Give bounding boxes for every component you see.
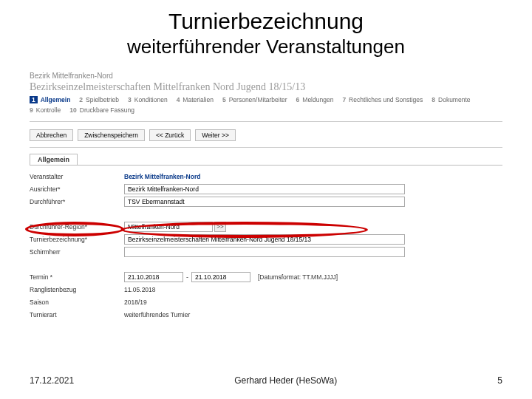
next-button[interactable]: Weiter >> [195, 129, 236, 141]
tab-materialien[interactable]: 4Materialien [177, 96, 214, 103]
lbl-ausrichter: Ausrichter* [30, 185, 124, 193]
save-interim-button[interactable]: Zwischenspeichern [78, 129, 145, 141]
lbl-turnierbezeichnung: Turnierbezeichnung* [30, 236, 124, 243]
slide-title-line2: weiterführender Veranstaltungen [0, 35, 532, 58]
footer-date: 17.12.2021 [30, 375, 74, 386]
val-saison: 2018/19 [124, 299, 147, 306]
lbl-schirmherr: Schirmherr [30, 248, 124, 256]
lbl-termin: Termin * [30, 273, 124, 281]
lbl-veranstalter: Veranstalter [30, 173, 124, 180]
tab-spielbetrieb[interactable]: 2Spielbetrieb [79, 96, 119, 103]
val-turnierart: weiterführendes Turnier [124, 311, 190, 318]
page-heading: Bezirkseinzelmeisterschaften Mittelfrank… [30, 81, 502, 93]
lbl-turnierart: Turnierart [30, 311, 124, 318]
tab-allgemein[interactable]: 1Allgemein [30, 96, 70, 103]
lbl-saison: Saison [30, 299, 124, 306]
tab-meldungen[interactable]: 6Meldungen [296, 96, 334, 103]
breadcrumb: Bezirk Mittelfranken-Nord [30, 72, 502, 80]
lbl-region: Durchführer-Region* [30, 223, 124, 231]
app-panel: Bezirk Mittelfranken-Nord Bezirkseinzelm… [30, 72, 502, 321]
input-schirmherr[interactable] [124, 247, 405, 257]
footer-page: 5 [497, 375, 502, 386]
tab-konditionen[interactable]: 3Konditionen [128, 96, 168, 103]
input-durchfuehrer[interactable] [124, 197, 405, 207]
tab-druck[interactable]: 10Druckbare Fassung [69, 106, 134, 114]
val-ranglistenbezug: 11.05.2018 [124, 286, 156, 293]
lbl-ranglistenbezug: Ranglistenbezug [30, 286, 124, 293]
termin-format-hint: [Datumsformat: TT.MM.JJJJ] [258, 273, 338, 281]
input-ausrichter[interactable] [124, 184, 405, 194]
input-turnierbezeichnung[interactable] [124, 234, 405, 245]
tab-kontrolle[interactable]: 9Kontrolle [30, 106, 61, 114]
slide-title-line1: Turnierbezeichnung [0, 9, 532, 34]
tab-rechtliches[interactable]: 7Rechtliches und Sonstiges [342, 96, 423, 103]
back-button[interactable]: << Zurück [149, 129, 191, 141]
val-veranstalter: Bezirk Mittelfranken-Nord [124, 173, 200, 180]
cancel-button[interactable]: Abbrechen [30, 129, 73, 141]
region-picker-button[interactable]: >> [214, 222, 226, 232]
lbl-durchfuehrer: Durchführer* [30, 198, 124, 205]
tab-dokumente[interactable]: 8Dokumente [432, 96, 470, 103]
input-region[interactable] [124, 222, 213, 232]
section-allgemein-tab: Allgemein [30, 154, 78, 165]
input-termin-to[interactable] [191, 272, 250, 282]
form-area: Veranstalter Bezirk Mittelfranken-Nord A… [30, 165, 502, 321]
footer-author: Gerhard Heder (HeSoWa) [234, 375, 337, 386]
input-termin-from[interactable] [124, 272, 183, 282]
tab-personen[interactable]: 5Personen/Mitarbeiter [222, 96, 287, 103]
tab-bar: 1Allgemein 2Spielbetrieb 3Konditionen 4M… [30, 96, 502, 122]
